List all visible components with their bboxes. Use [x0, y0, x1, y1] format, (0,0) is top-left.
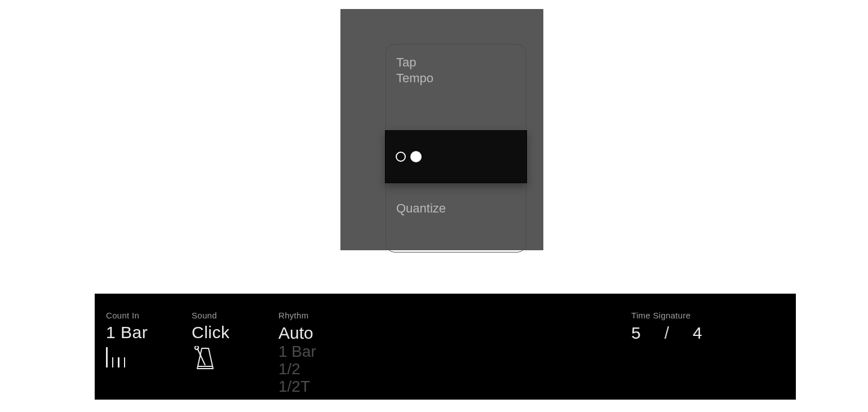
svg-point-2	[195, 346, 198, 349]
count-in-control[interactable]: Count In 1 Bar	[106, 311, 185, 367]
count-in-label: Count In	[106, 311, 185, 320]
rhythm-option[interactable]: 1 Bar	[278, 343, 380, 360]
count-in-bars-icon	[106, 347, 185, 367]
rhythm-options-list: Auto 1 Bar 1/2 1/2T	[278, 324, 380, 396]
metronome-on-icon	[410, 151, 422, 162]
rhythm-option[interactable]: 1/2	[278, 360, 380, 378]
tempo-menu-panel: Tap Tempo Quantize	[340, 9, 543, 250]
quantize-button[interactable]: Quantize	[396, 201, 446, 216]
sound-control[interactable]: Sound Click	[192, 311, 271, 371]
metronome-off-icon	[396, 152, 406, 162]
time-signature-separator: /	[665, 324, 669, 343]
metronome-enable-row[interactable]	[385, 130, 527, 183]
count-in-value: 1 Bar	[106, 324, 185, 342]
time-signature-denominator[interactable]: 4	[693, 324, 702, 343]
rhythm-option[interactable]: 1/2T	[278, 378, 380, 395]
rhythm-label: Rhythm	[278, 311, 380, 320]
rhythm-option[interactable]: Auto	[278, 324, 380, 343]
tap-tempo-button[interactable]: Tap Tempo	[396, 55, 433, 86]
sound-value: Click	[192, 324, 271, 342]
rhythm-control[interactable]: Rhythm Auto 1 Bar 1/2 1/2T	[278, 311, 380, 396]
sound-label: Sound	[192, 311, 271, 320]
time-signature-numerator[interactable]: 5	[631, 324, 641, 343]
time-signature-label: Time Signature	[631, 311, 778, 320]
tempo-menu-card: Tap Tempo Quantize	[386, 44, 526, 252]
metronome-icon	[192, 346, 271, 371]
metronome-settings-bar: Count In 1 Bar Sound Click	[95, 294, 796, 400]
time-signature-control[interactable]: Time Signature 5 / 4	[631, 311, 778, 343]
